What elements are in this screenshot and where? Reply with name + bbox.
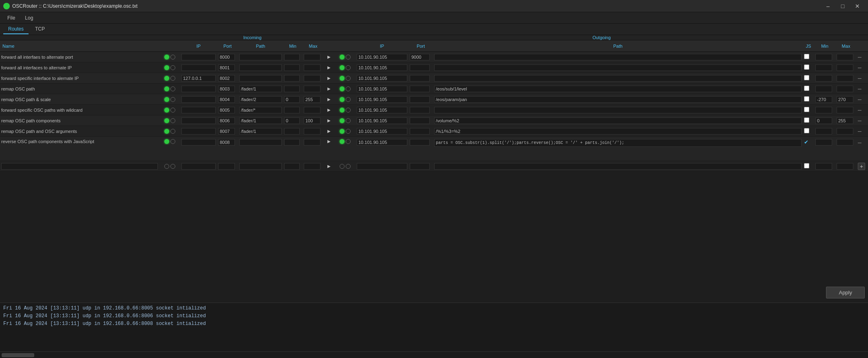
- row-out-radio[interactable]: [346, 139, 351, 144]
- row-max-input[interactable]: [304, 139, 320, 146]
- row-out-ip-input[interactable]: [357, 64, 407, 71]
- row-out-path-input[interactable]: [434, 117, 802, 124]
- row-js-check[interactable]: [804, 96, 809, 102]
- new-row-ip-input[interactable]: [181, 163, 216, 170]
- delete-row-icon[interactable]: –: [858, 106, 861, 113]
- row-out-min-input[interactable]: [815, 96, 832, 103]
- new-row-name-input[interactable]: [1, 163, 158, 170]
- row-radio[interactable]: [170, 86, 175, 91]
- row-out-path-input[interactable]: [434, 75, 802, 82]
- delete-row-icon[interactable]: –: [858, 117, 861, 124]
- row-led[interactable]: [164, 86, 169, 91]
- row-out-port-input[interactable]: [410, 107, 430, 113]
- row-port-input[interactable]: [218, 75, 235, 82]
- row-out-led[interactable]: [340, 97, 345, 102]
- row-port-input[interactable]: [218, 54, 235, 60]
- row-del-btn[interactable]: –: [857, 116, 868, 125]
- row-port-input[interactable]: [218, 117, 235, 124]
- row-out-path-input[interactable]: [434, 96, 802, 103]
- row-out-ip-input[interactable]: [357, 96, 407, 103]
- hscroll-area[interactable]: [0, 351, 868, 358]
- new-row-out-ip-input[interactable]: [357, 163, 407, 170]
- row-del-btn[interactable]: –: [857, 138, 868, 147]
- row-del-btn[interactable]: –: [857, 63, 868, 72]
- row-out-max-input[interactable]: [837, 96, 853, 103]
- row-out-port-input[interactable]: [410, 75, 430, 82]
- row-inc-path-input[interactable]: [239, 64, 282, 71]
- row-out-max-input[interactable]: [837, 117, 853, 124]
- row-del-btn[interactable]: –: [857, 95, 868, 104]
- menu-file[interactable]: File: [3, 13, 19, 22]
- row-out-ip-input[interactable]: [357, 117, 407, 124]
- row-ip-input[interactable]: [181, 96, 216, 103]
- row-led[interactable]: [164, 139, 169, 144]
- row-out-min-input[interactable]: [815, 86, 832, 92]
- row-inc-path-input[interactable]: [239, 139, 282, 146]
- row-ip-input[interactable]: [181, 75, 216, 82]
- row-min-input[interactable]: [284, 86, 300, 92]
- row-out-port-input[interactable]: [410, 139, 430, 146]
- row-led[interactable]: [164, 55, 169, 60]
- row-min-input[interactable]: [284, 107, 300, 113]
- row-port-input[interactable]: [218, 64, 235, 71]
- row-out-led[interactable]: [340, 55, 345, 60]
- row-out-led[interactable]: [340, 86, 345, 91]
- row-out-radio[interactable]: [346, 97, 351, 102]
- row-min-input[interactable]: [284, 117, 300, 124]
- row-js-check[interactable]: [804, 86, 809, 91]
- row-out-max-input[interactable]: [837, 107, 853, 113]
- row-inc-path-input[interactable]: [239, 128, 282, 135]
- delete-row-icon[interactable]: –: [858, 64, 861, 71]
- delete-row-icon[interactable]: –: [858, 128, 861, 135]
- row-port-input[interactable]: [218, 139, 235, 146]
- row-inc-path-input[interactable]: [239, 54, 282, 60]
- row-out-max-input[interactable]: [837, 64, 853, 71]
- row-out-min-input[interactable]: [815, 107, 832, 113]
- row-out-port-input[interactable]: [410, 117, 430, 124]
- row-js-check[interactable]: [804, 128, 809, 133]
- delete-row-icon[interactable]: –: [858, 96, 861, 103]
- row-out-max-input[interactable]: [837, 139, 853, 146]
- row-out-radio[interactable]: [346, 129, 351, 134]
- row-radio[interactable]: [170, 76, 175, 81]
- row-max-input[interactable]: [304, 96, 320, 103]
- delete-row-icon[interactable]: –: [858, 85, 861, 92]
- row-out-port-input[interactable]: [410, 96, 430, 103]
- row-out-max-input[interactable]: [837, 75, 853, 82]
- row-js-check[interactable]: [804, 54, 809, 59]
- row-out-led[interactable]: [340, 139, 345, 144]
- row-radio[interactable]: [170, 65, 175, 70]
- row-out-min-input[interactable]: [815, 54, 832, 60]
- tab-tcp[interactable]: TCP: [30, 24, 50, 34]
- new-row-out-led2[interactable]: [346, 164, 351, 169]
- row-out-port-input[interactable]: [410, 64, 430, 71]
- hscroll-thumb[interactable]: [2, 353, 34, 357]
- apply-button[interactable]: Apply: [826, 287, 865, 298]
- row-radio[interactable]: [170, 118, 175, 123]
- new-row-out-path-input[interactable]: [434, 163, 802, 170]
- row-out-max-input[interactable]: [837, 86, 853, 92]
- row-led[interactable]: [164, 108, 169, 113]
- row-del-btn[interactable]: –: [857, 127, 868, 136]
- row-inc-path-input[interactable]: [239, 96, 282, 103]
- row-max-input[interactable]: [304, 54, 320, 60]
- delete-row-icon[interactable]: –: [858, 139, 861, 146]
- row-out-port-input[interactable]: [410, 128, 430, 135]
- new-row-min-input[interactable]: [284, 163, 300, 170]
- row-radio[interactable]: [170, 129, 175, 134]
- row-out-path-input[interactable]: [434, 86, 802, 92]
- row-out-radio[interactable]: [346, 108, 351, 113]
- close-button[interactable]: ✕: [850, 0, 865, 12]
- maximize-button[interactable]: □: [835, 0, 850, 12]
- new-row-out-led1[interactable]: [340, 164, 345, 169]
- row-led[interactable]: [164, 65, 169, 70]
- row-out-path-input[interactable]: [434, 54, 802, 60]
- row-out-led[interactable]: [340, 108, 345, 113]
- row-inc-path-input[interactable]: [239, 75, 282, 82]
- delete-row-icon[interactable]: –: [858, 53, 861, 60]
- row-max-input[interactable]: [304, 75, 320, 82]
- row-out-led[interactable]: [340, 76, 345, 81]
- row-min-input[interactable]: [284, 75, 300, 82]
- new-row-led1[interactable]: [164, 164, 169, 169]
- row-out-port-input[interactable]: [410, 86, 430, 92]
